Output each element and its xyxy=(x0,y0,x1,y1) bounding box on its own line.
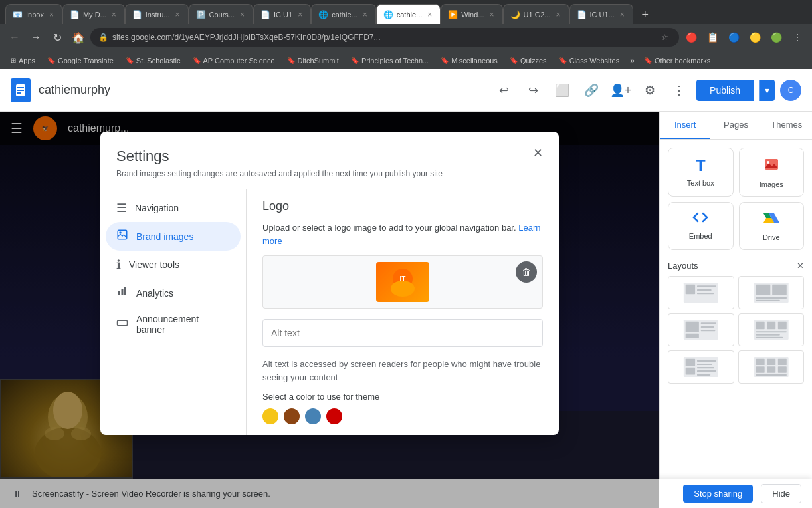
svg-rect-54 xyxy=(777,366,786,372)
bookmark-ap-cs[interactable]: 🔖 AP Computer Science xyxy=(187,55,280,66)
nav-viewer-tools[interactable]: ℹ Viewer tools xyxy=(106,251,241,279)
color-swatch-red[interactable] xyxy=(326,408,342,424)
bookmark-ditchsummit[interactable]: 🔖 DitchSummit xyxy=(282,55,344,66)
tab-close[interactable]: × xyxy=(488,9,496,21)
color-swatch-blue[interactable] xyxy=(305,408,321,424)
bookmark-apps[interactable]: ⊞ Apps xyxy=(5,55,41,66)
layouts-collapse[interactable]: ✕ xyxy=(797,261,804,271)
bookmark-principles[interactable]: 🔖 Principles of Techn... xyxy=(346,55,434,66)
alt-text-input[interactable] xyxy=(262,319,543,347)
svg-rect-39 xyxy=(756,337,782,338)
home-button[interactable]: 🏠 xyxy=(69,28,88,47)
new-tab-button[interactable]: + xyxy=(636,5,655,24)
bookmark-icon[interactable]: ☆ xyxy=(658,31,671,44)
user-avatar[interactable]: C xyxy=(780,80,801,101)
address-text: sites.google.com/d/1yeAEYPJrjddJHjbIBTsX… xyxy=(112,33,654,42)
tab-cours[interactable]: 🅿️ Cours... × xyxy=(189,4,254,24)
extension-icon3[interactable]: 🔵 xyxy=(724,28,743,47)
nav-label: Analytics xyxy=(136,288,173,299)
bookmark-quizzes[interactable]: 🔖 Quizzes xyxy=(504,55,552,66)
logo-preview: IT 🗑 xyxy=(262,255,543,309)
layout-two-col[interactable] xyxy=(738,276,805,309)
tab-themes[interactable]: Themes xyxy=(761,112,812,139)
nav-analytics[interactable]: Analytics xyxy=(106,279,241,307)
tab-pages[interactable]: Pages xyxy=(710,112,761,139)
tab-bar: 📧 Inbox × 📄 My D... × 📄 Instru... × 🅿️ C… xyxy=(0,0,812,24)
bookmark-misc[interactable]: 🔖 Miscellaneous xyxy=(435,55,503,66)
address-bar[interactable]: 🔒 sites.google.com/d/1yeAEYPJrjddJHjbIBT… xyxy=(90,28,679,47)
modal-main: Logo Upload or select a logo image to ad… xyxy=(247,189,559,435)
tab-close[interactable]: × xyxy=(239,9,246,21)
svg-rect-35 xyxy=(767,322,775,330)
back-button[interactable]: ← xyxy=(5,28,24,47)
tab-ic-u1[interactable]: 📄 IC U1 × xyxy=(253,4,311,24)
add-person-button[interactable]: 👤+ xyxy=(609,78,633,102)
layout-multi-image[interactable] xyxy=(738,350,805,384)
tab-cathie2[interactable]: 🌐 cathie... × xyxy=(376,4,441,24)
layout-bottom-image[interactable] xyxy=(668,350,734,384)
extension-icon2[interactable]: 📋 xyxy=(703,28,722,47)
tab-close[interactable]: × xyxy=(554,9,561,21)
tab-insert[interactable]: Insert xyxy=(660,112,710,139)
link-button[interactable]: 🔗 xyxy=(579,78,603,102)
more-options-button[interactable]: ⋮ xyxy=(667,78,691,102)
modal-subtitle: Brand images setting changes are autosav… xyxy=(116,169,543,178)
publish-button[interactable]: Publish xyxy=(696,80,754,101)
tab-close[interactable]: × xyxy=(173,9,181,21)
extension-icon4[interactable]: 🟡 xyxy=(746,28,764,47)
layout-full-image[interactable] xyxy=(668,276,734,309)
bookmark-st-scholastic[interactable]: 🔖 St. Scholastic xyxy=(120,55,186,66)
redo-button[interactable]: ↪ xyxy=(521,78,545,102)
tab-close[interactable]: × xyxy=(48,9,55,21)
bookmark-other[interactable]: 🔖 Other bookmarks xyxy=(639,55,716,66)
publish-dropdown-button[interactable]: ▾ xyxy=(759,80,775,101)
panel-item-images[interactable]: Images xyxy=(739,148,805,197)
panel-item-embed[interactable]: Embed xyxy=(668,202,734,250)
tab-close[interactable]: × xyxy=(361,9,369,21)
color-swatch-brown[interactable] xyxy=(284,408,300,424)
layout-three-col[interactable] xyxy=(738,313,805,346)
reload-button[interactable]: ↻ xyxy=(48,28,66,47)
panel-item-textbox[interactable]: T Text box xyxy=(668,148,734,197)
undo-button[interactable]: ↩ xyxy=(492,78,516,102)
tab-cathie1[interactable]: 🌐 cathie... × xyxy=(311,4,376,24)
preview-button[interactable]: ⬜ xyxy=(550,78,574,102)
bookmarks-more-button[interactable]: » xyxy=(627,55,637,66)
nav-navigation[interactable]: ☰ Navigation xyxy=(106,194,241,222)
tab-mydrive[interactable]: 📄 My D... × xyxy=(62,4,125,24)
stop-sharing-button[interactable]: Stop sharing xyxy=(683,485,753,503)
tab-favicon: 🌐 xyxy=(383,10,393,19)
settings-button[interactable]: ⚙ xyxy=(638,78,662,102)
logo-section-title: Logo xyxy=(262,199,543,213)
svg-rect-52 xyxy=(756,366,764,372)
tab-wind[interactable]: ▶️ Wind... × xyxy=(441,4,502,24)
tab-instru[interactable]: 📄 Instru... × xyxy=(125,4,189,24)
bookmark-class-websites[interactable]: 🔖 Class Websites xyxy=(554,55,625,66)
color-swatch-yellow[interactable] xyxy=(262,408,278,424)
modal-close-button[interactable]: ✕ xyxy=(527,142,548,164)
modal-overlay[interactable]: Settings Brand images setting changes ar… xyxy=(0,112,659,508)
forward-button[interactable]: → xyxy=(27,28,45,47)
tab-favicon: 📄 xyxy=(577,10,586,19)
images-label: Images xyxy=(760,180,783,188)
nav-announcement[interactable]: Announcement banner xyxy=(106,307,241,342)
hide-button[interactable]: Hide xyxy=(761,484,801,503)
tab-ic-u1-2[interactable]: 📄 IC U1... × xyxy=(569,4,633,24)
tab-close[interactable]: × xyxy=(619,9,626,21)
tab-close[interactable]: × xyxy=(426,9,433,21)
tab-u1g2[interactable]: 🌙 U1 G2... × xyxy=(503,4,569,24)
bookmark-translate[interactable]: 🔖 Google Translate xyxy=(42,55,119,66)
tab-close[interactable]: × xyxy=(296,9,304,21)
more-button[interactable]: ⋮ xyxy=(788,28,807,47)
tab-favicon: 📄 xyxy=(132,10,142,19)
panel-item-drive[interactable]: Drive xyxy=(739,202,805,250)
tab-close[interactable]: × xyxy=(110,9,118,21)
textbox-label: Text box xyxy=(687,179,714,187)
tab-inbox[interactable]: 📧 Inbox × xyxy=(5,4,62,24)
nav-brand-images[interactable]: Brand images xyxy=(106,222,241,251)
extension-icon5[interactable]: 🟢 xyxy=(767,28,785,47)
extension-icon[interactable]: 🔴 xyxy=(682,28,700,47)
tab-favicon: 🅿️ xyxy=(196,10,205,19)
layout-img-left[interactable] xyxy=(668,313,734,346)
logo-delete-button[interactable]: 🗑 xyxy=(516,261,537,283)
